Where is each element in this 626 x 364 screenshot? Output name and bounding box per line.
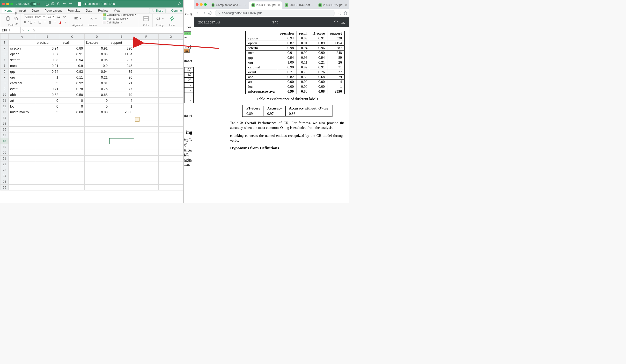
cell[interactable]: [159, 98, 183, 104]
cell[interactable]: [109, 132, 134, 138]
cell[interactable]: [85, 144, 109, 150]
cell[interactable]: [60, 144, 85, 150]
cell[interactable]: 0: [35, 98, 60, 104]
row-header[interactable]: 23: [0, 167, 9, 173]
cell[interactable]: [159, 57, 183, 63]
cell[interactable]: 1154: [109, 51, 134, 57]
cell[interactable]: [109, 179, 134, 185]
browser-tab[interactable]: ▦ 2003.11645.pdf ✕: [282, 1, 316, 9]
formula-input[interactable]: [36, 27, 183, 33]
formula-cancel-icon[interactable]: ✕: [21, 29, 26, 32]
cell[interactable]: [159, 144, 183, 150]
browser-tab[interactable]: ▦ 2003.11687.pdf ✕: [249, 1, 282, 9]
cell[interactable]: 77: [109, 86, 134, 92]
save-icon[interactable]: [51, 2, 55, 5]
cell[interactable]: 287: [109, 57, 134, 63]
cell[interactable]: [60, 127, 85, 132]
column-header[interactable]: D: [85, 34, 109, 40]
cell[interactable]: [85, 179, 109, 185]
conditional-formatting-button[interactable]: Conditional Formatting: [103, 13, 136, 16]
cell[interactable]: 248: [109, 63, 134, 69]
cell[interactable]: [9, 121, 35, 127]
decrease-font-icon[interactable]: A▾: [62, 14, 67, 19]
cell[interactable]: 0.89: [85, 51, 109, 57]
format-painter-icon[interactable]: [14, 22, 19, 27]
row-header[interactable]: 8: [0, 80, 9, 86]
cell[interactable]: [9, 156, 35, 161]
bold-button[interactable]: B: [24, 21, 26, 24]
cell[interactable]: [35, 121, 60, 127]
column-header[interactable]: G: [159, 34, 183, 40]
cell[interactable]: [134, 179, 159, 185]
cell[interactable]: [159, 127, 183, 132]
download-icon[interactable]: [341, 20, 345, 24]
row-header[interactable]: 1: [0, 40, 9, 45]
home-icon[interactable]: [45, 2, 49, 5]
minimize-window-icon[interactable]: [6, 3, 9, 5]
cell[interactable]: [159, 40, 183, 45]
cell[interactable]: 0.89: [60, 45, 85, 51]
cell[interactable]: [109, 138, 134, 144]
cell[interactable]: [109, 127, 134, 132]
cell[interactable]: [85, 161, 109, 167]
cell[interactable]: 0.88: [60, 109, 85, 115]
cell[interactable]: [35, 173, 60, 179]
cell[interactable]: [9, 179, 35, 185]
cell[interactable]: recall: [60, 40, 85, 45]
name-box[interactable]: E18: [0, 27, 21, 33]
cell[interactable]: 0.94: [35, 69, 60, 74]
cell[interactable]: [159, 115, 183, 121]
url-input[interactable]: arxiv.org/pdf/2003.11687.pdf: [215, 10, 335, 16]
cell[interactable]: 0.94: [35, 45, 60, 51]
cell[interactable]: [134, 144, 159, 150]
cell[interactable]: [159, 167, 183, 173]
cell[interactable]: [159, 45, 183, 51]
row-header[interactable]: 3: [0, 51, 9, 57]
cell[interactable]: syscon: [9, 45, 35, 51]
cell[interactable]: [134, 138, 159, 144]
cell[interactable]: [60, 185, 85, 190]
cell[interactable]: 0.88: [85, 109, 109, 115]
tab-review[interactable]: Review: [95, 8, 110, 13]
cell[interactable]: [35, 150, 60, 156]
cell[interactable]: [134, 173, 159, 179]
maximize-window-icon[interactable]: [204, 3, 207, 6]
cell[interactable]: [159, 104, 183, 109]
cell[interactable]: loc: [9, 104, 35, 109]
cell[interactable]: [35, 144, 60, 150]
autosave-toggle[interactable]: AutoSave OFF: [16, 2, 42, 5]
cell[interactable]: micro/macro: [9, 109, 35, 115]
cell[interactable]: [35, 161, 60, 167]
cell[interactable]: [159, 69, 183, 74]
cell[interactable]: 0.91: [85, 80, 109, 86]
cell[interactable]: 0.78: [60, 86, 85, 92]
reload-icon[interactable]: [208, 11, 212, 15]
font-size-select[interactable]: 12: [47, 14, 55, 19]
cell[interactable]: 0.76: [85, 86, 109, 92]
cell[interactable]: [35, 179, 60, 185]
cell[interactable]: [134, 74, 159, 80]
cell[interactable]: [9, 132, 35, 138]
cell[interactable]: [159, 109, 183, 115]
cell[interactable]: [85, 121, 109, 127]
cell[interactable]: [159, 74, 183, 80]
cell[interactable]: [60, 173, 85, 179]
cell[interactable]: [134, 109, 159, 115]
cell[interactable]: [109, 115, 134, 121]
cell[interactable]: [9, 40, 35, 45]
rotate-icon[interactable]: [334, 20, 338, 24]
row-header[interactable]: 13: [0, 109, 9, 115]
column-header[interactable]: E: [109, 34, 134, 40]
cell[interactable]: [134, 40, 159, 45]
row-header[interactable]: 21: [0, 156, 9, 161]
cell[interactable]: [85, 150, 109, 156]
cell[interactable]: [134, 86, 159, 92]
cell[interactable]: opcon: [9, 51, 35, 57]
row-header[interactable]: 25: [0, 179, 9, 185]
cell[interactable]: abb: [9, 92, 35, 98]
cell[interactable]: [134, 132, 159, 138]
row-header[interactable]: 18: [0, 138, 9, 144]
cell[interactable]: [109, 173, 134, 179]
cell[interactable]: [35, 115, 60, 121]
cell[interactable]: 0.91: [60, 51, 85, 57]
